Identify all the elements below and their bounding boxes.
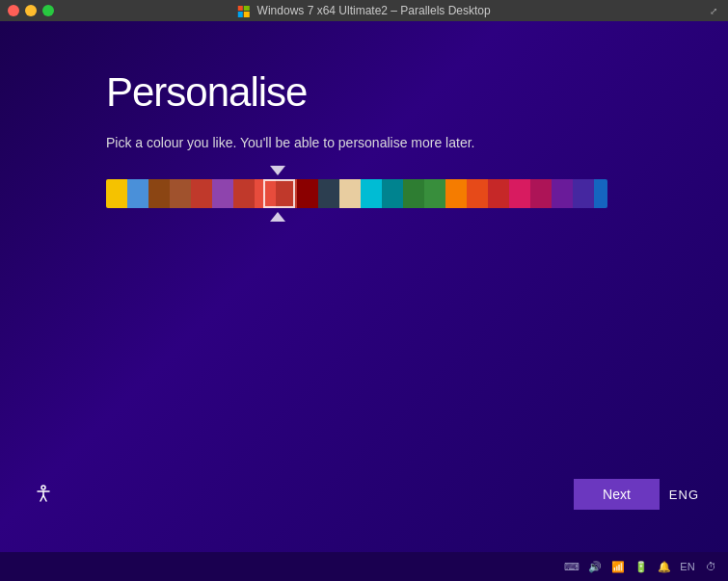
language-icon[interactable]: EN <box>680 559 695 574</box>
minimize-button[interactable] <box>25 5 37 16</box>
window-title: Windows 7 x64 Ultimate2 – Parallels Desk… <box>237 4 490 17</box>
color-swatch[interactable] <box>509 179 530 208</box>
window-controls: ⤢ <box>707 4 720 17</box>
language-button[interactable]: ENG <box>669 488 699 502</box>
color-swatch[interactable] <box>530 179 552 208</box>
color-swatch[interactable] <box>488 179 509 208</box>
color-swatch[interactable] <box>424 179 445 208</box>
color-swatch[interactable] <box>233 179 255 208</box>
right-actions: Next ENG <box>574 479 699 510</box>
window-chrome: Windows 7 x64 Ultimate2 – Parallels Desk… <box>0 0 728 21</box>
color-swatch[interactable] <box>445 179 467 208</box>
keyboard-icon[interactable]: ⌨ <box>564 559 580 574</box>
color-swatch[interactable] <box>361 179 382 208</box>
color-swatch[interactable] <box>297 179 318 208</box>
fullscreen-icon[interactable]: ⤢ <box>707 4 720 17</box>
notification-icon[interactable]: 🔔 <box>657 559 672 574</box>
speaker-icon[interactable]: 🔊 <box>587 559 603 574</box>
svg-point-0 <box>41 486 45 489</box>
window-logo-icon <box>237 6 249 17</box>
accessibility-icon[interactable] <box>29 480 58 509</box>
selector-arrow-bottom-icon <box>270 212 285 222</box>
clock-icon[interactable]: ⏱ <box>703 559 718 574</box>
maximize-button[interactable] <box>42 5 54 16</box>
network-icon[interactable]: 📶 <box>610 559 626 574</box>
traffic-lights <box>8 5 54 16</box>
color-swatch[interactable] <box>191 179 212 208</box>
battery-icon[interactable]: 🔋 <box>634 559 649 574</box>
color-swatch[interactable] <box>127 179 148 208</box>
color-picker-container <box>106 179 622 208</box>
color-swatch[interactable] <box>403 179 424 208</box>
color-swatch[interactable] <box>255 179 276 208</box>
color-swatch[interactable] <box>276 179 297 208</box>
main-content: Personalise Pick a colour you like. You'… <box>0 21 728 552</box>
selector-arrow-top-icon <box>270 166 285 175</box>
color-swatch[interactable] <box>382 179 403 208</box>
color-swatch[interactable] <box>573 179 594 208</box>
color-swatch[interactable] <box>467 179 488 208</box>
color-swatch[interactable] <box>148 179 170 208</box>
close-button[interactable] <box>8 5 19 16</box>
color-strip[interactable] <box>106 179 607 208</box>
page-title: Personalise <box>106 69 622 116</box>
color-swatch[interactable] <box>552 179 573 208</box>
color-swatch[interactable] <box>170 179 191 208</box>
color-swatch[interactable] <box>106 179 127 208</box>
color-strip-wrapper <box>106 179 607 208</box>
taskbar: ⌨ 🔊 📶 🔋 🔔 EN ⏱ <box>0 552 728 581</box>
color-swatch[interactable] <box>594 179 607 208</box>
action-bar: Next ENG <box>0 465 728 523</box>
next-button[interactable]: Next <box>574 479 660 510</box>
color-swatch[interactable] <box>212 179 233 208</box>
page-subtitle: Pick a colour you like. You'll be able t… <box>106 135 622 150</box>
color-swatch[interactable] <box>339 179 361 208</box>
color-swatch[interactable] <box>318 179 339 208</box>
